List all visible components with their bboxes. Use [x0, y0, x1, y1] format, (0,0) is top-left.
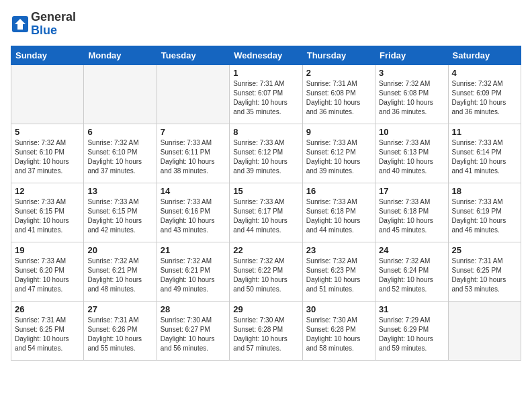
calendar-cell: 15Sunrise: 7:33 AMSunset: 6:17 PMDayligh… [230, 183, 302, 242]
calendar-cell: 4Sunrise: 7:32 AMSunset: 6:09 PMDaylight… [448, 64, 521, 124]
day-info: Sunrise: 7:33 AMSunset: 6:14 PMDaylight:… [452, 138, 517, 176]
calendar-cell [157, 64, 229, 124]
day-info: Sunrise: 7:33 AMSunset: 6:20 PMDaylight:… [15, 257, 80, 294]
day-info: Sunrise: 7:31 AMSunset: 6:08 PMDaylight:… [306, 79, 371, 117]
calendar-cell: 13Sunrise: 7:33 AMSunset: 6:15 PMDayligh… [84, 183, 157, 242]
calendar-cell: 2Sunrise: 7:31 AMSunset: 6:08 PMDaylight… [302, 64, 375, 124]
day-info: Sunrise: 7:32 AMSunset: 6:10 PMDaylight:… [15, 138, 80, 176]
calendar-table: SundayMondayTuesdayWednesdayThursdayFrid… [11, 46, 521, 361]
weekday-header-thursday: Thursday [302, 46, 375, 64]
day-number: 13 [87, 186, 152, 196]
weekday-header-row: SundayMondayTuesdayWednesdayThursdayFrid… [11, 46, 521, 64]
calendar-cell: 8Sunrise: 7:33 AMSunset: 6:12 PMDaylight… [230, 124, 302, 183]
week-row-5: 26Sunrise: 7:31 AMSunset: 6:25 PMDayligh… [11, 301, 521, 360]
day-number: 27 [87, 304, 152, 314]
day-number: 25 [452, 245, 517, 255]
day-number: 24 [379, 245, 444, 255]
calendar-cell: 14Sunrise: 7:33 AMSunset: 6:16 PMDayligh… [157, 183, 229, 242]
day-number: 16 [306, 186, 371, 196]
day-info: Sunrise: 7:31 AMSunset: 6:25 PMDaylight:… [452, 257, 517, 294]
day-info: Sunrise: 7:33 AMSunset: 6:15 PMDaylight:… [15, 197, 80, 235]
day-number: 31 [379, 304, 444, 314]
day-number: 26 [15, 304, 80, 314]
day-info: Sunrise: 7:32 AMSunset: 6:24 PMDaylight:… [379, 257, 444, 294]
calendar-cell: 27Sunrise: 7:31 AMSunset: 6:26 PMDayligh… [84, 301, 157, 360]
week-row-1: 1Sunrise: 7:31 AMSunset: 6:07 PMDaylight… [11, 64, 521, 124]
calendar-cell: 26Sunrise: 7:31 AMSunset: 6:25 PMDayligh… [11, 301, 84, 360]
day-number: 3 [379, 68, 444, 78]
calendar-cell: 23Sunrise: 7:32 AMSunset: 6:23 PMDayligh… [302, 242, 375, 301]
calendar-cell: 29Sunrise: 7:30 AMSunset: 6:28 PMDayligh… [230, 301, 302, 360]
day-info: Sunrise: 7:29 AMSunset: 6:29 PMDaylight:… [379, 316, 444, 353]
day-number: 8 [233, 127, 298, 137]
calendar-cell [84, 64, 157, 124]
calendar-cell: 24Sunrise: 7:32 AMSunset: 6:24 PMDayligh… [375, 242, 448, 301]
calendar-cell: 28Sunrise: 7:30 AMSunset: 6:27 PMDayligh… [157, 301, 229, 360]
calendar-cell: 16Sunrise: 7:33 AMSunset: 6:18 PMDayligh… [302, 183, 375, 242]
day-info: Sunrise: 7:33 AMSunset: 6:11 PMDaylight:… [161, 138, 226, 176]
calendar-cell: 11Sunrise: 7:33 AMSunset: 6:14 PMDayligh… [448, 124, 521, 183]
day-info: Sunrise: 7:32 AMSunset: 6:23 PMDaylight:… [306, 257, 371, 294]
day-info: Sunrise: 7:32 AMSunset: 6:08 PMDaylight:… [379, 79, 444, 117]
day-info: Sunrise: 7:33 AMSunset: 6:19 PMDaylight:… [452, 197, 517, 235]
day-info: Sunrise: 7:31 AMSunset: 6:07 PMDaylight:… [233, 79, 298, 117]
day-info: Sunrise: 7:31 AMSunset: 6:26 PMDaylight:… [87, 316, 152, 353]
calendar-cell: 5Sunrise: 7:32 AMSunset: 6:10 PMDaylight… [11, 124, 84, 183]
logo-icon [11, 15, 30, 34]
calendar-cell: 9Sunrise: 7:33 AMSunset: 6:12 PMDaylight… [302, 124, 375, 183]
day-number: 6 [87, 127, 152, 137]
day-number: 5 [15, 127, 80, 137]
day-number: 11 [452, 127, 517, 137]
day-number: 2 [306, 68, 371, 78]
day-number: 10 [379, 127, 444, 137]
day-info: Sunrise: 7:33 AMSunset: 6:12 PMDaylight:… [233, 138, 298, 176]
calendar-cell: 18Sunrise: 7:33 AMSunset: 6:19 PMDayligh… [448, 183, 521, 242]
day-info: Sunrise: 7:30 AMSunset: 6:28 PMDaylight:… [306, 316, 371, 353]
calendar-cell: 22Sunrise: 7:32 AMSunset: 6:22 PMDayligh… [230, 242, 302, 301]
day-info: Sunrise: 7:30 AMSunset: 6:28 PMDaylight:… [233, 316, 298, 353]
day-number: 18 [452, 186, 517, 196]
day-number: 9 [306, 127, 371, 137]
weekday-header-saturday: Saturday [448, 46, 521, 64]
day-info: Sunrise: 7:32 AMSunset: 6:21 PMDaylight:… [161, 257, 226, 294]
day-number: 30 [306, 304, 371, 314]
calendar-cell: 21Sunrise: 7:32 AMSunset: 6:21 PMDayligh… [157, 242, 229, 301]
day-number: 20 [87, 245, 152, 255]
week-row-3: 12Sunrise: 7:33 AMSunset: 6:15 PMDayligh… [11, 183, 521, 242]
weekday-header-tuesday: Tuesday [157, 46, 229, 64]
calendar-cell: 31Sunrise: 7:29 AMSunset: 6:29 PMDayligh… [375, 301, 448, 360]
calendar-cell: 12Sunrise: 7:33 AMSunset: 6:15 PMDayligh… [11, 183, 84, 242]
day-info: Sunrise: 7:31 AMSunset: 6:25 PMDaylight:… [15, 316, 80, 353]
day-info: Sunrise: 7:32 AMSunset: 6:10 PMDaylight:… [87, 138, 152, 176]
day-number: 12 [15, 186, 80, 196]
week-row-2: 5Sunrise: 7:32 AMSunset: 6:10 PMDaylight… [11, 124, 521, 183]
calendar-cell: 7Sunrise: 7:33 AMSunset: 6:11 PMDaylight… [157, 124, 229, 183]
day-number: 4 [452, 68, 517, 78]
day-info: Sunrise: 7:32 AMSunset: 6:21 PMDaylight:… [87, 257, 152, 294]
day-number: 19 [15, 245, 80, 255]
calendar-cell: 20Sunrise: 7:32 AMSunset: 6:21 PMDayligh… [84, 242, 157, 301]
day-info: Sunrise: 7:33 AMSunset: 6:16 PMDaylight:… [161, 197, 226, 235]
calendar-cell [11, 64, 84, 124]
day-info: Sunrise: 7:33 AMSunset: 6:17 PMDaylight:… [233, 197, 298, 235]
day-number: 23 [306, 245, 371, 255]
day-number: 28 [161, 304, 226, 314]
calendar-cell: 6Sunrise: 7:32 AMSunset: 6:10 PMDaylight… [84, 124, 157, 183]
day-number: 15 [233, 186, 298, 196]
day-info: Sunrise: 7:33 AMSunset: 6:15 PMDaylight:… [87, 197, 152, 235]
day-info: Sunrise: 7:33 AMSunset: 6:13 PMDaylight:… [379, 138, 444, 176]
calendar-cell: 3Sunrise: 7:32 AMSunset: 6:08 PMDaylight… [375, 64, 448, 124]
page-header: General Blue [11, 11, 521, 38]
day-info: Sunrise: 7:32 AMSunset: 6:22 PMDaylight:… [233, 257, 298, 294]
calendar-cell: 17Sunrise: 7:33 AMSunset: 6:18 PMDayligh… [375, 183, 448, 242]
weekday-header-wednesday: Wednesday [230, 46, 302, 64]
logo-text: General Blue [31, 11, 76, 38]
calendar-cell: 30Sunrise: 7:30 AMSunset: 6:28 PMDayligh… [302, 301, 375, 360]
week-row-4: 19Sunrise: 7:33 AMSunset: 6:20 PMDayligh… [11, 242, 521, 301]
day-number: 14 [161, 186, 226, 196]
calendar-cell [448, 301, 521, 360]
weekday-header-friday: Friday [375, 46, 448, 64]
day-number: 29 [233, 304, 298, 314]
day-info: Sunrise: 7:32 AMSunset: 6:09 PMDaylight:… [452, 79, 517, 117]
day-info: Sunrise: 7:33 AMSunset: 6:12 PMDaylight:… [306, 138, 371, 176]
